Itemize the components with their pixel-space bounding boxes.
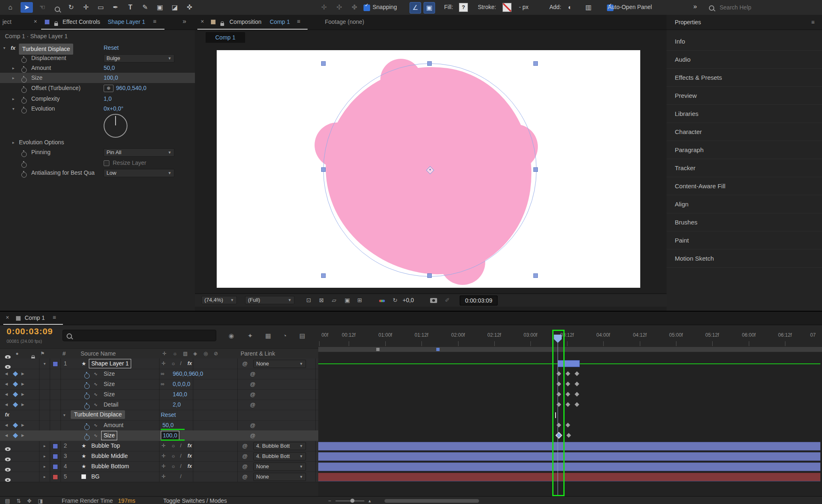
fx-switch-icon[interactable]: fx [188,451,192,461]
camera-tool-icon[interactable]: ✛ [81,2,91,13]
region-of-interest-icon[interactable]: ▣ [345,296,350,305]
show-snapshot-icon[interactable]: ✐ [445,296,450,305]
layer-row-bubble-middle[interactable]: ▸ 3 ★ Bubble Middle ✛ ☼ / fx @ 4. Bubble… [0,451,318,462]
snap-option-2-icon[interactable]: ▣ [424,2,435,14]
stopwatch-icon[interactable] [84,394,90,399]
selection-handle-top-right[interactable] [533,61,538,66]
evolution-options-label[interactable]: Evolution Options [19,137,64,148]
sidebar-item-character[interactable]: Character [667,123,822,141]
visibility-toggle[interactable] [5,478,11,482]
pickwhip-icon[interactable]: @ [242,472,248,482]
source-name-column-header[interactable]: Source Name [81,349,116,359]
ruler-label[interactable]: 06:12f [778,332,792,338]
fx-switch-icon[interactable]: fx [188,441,192,451]
next-keyframe-icon[interactable]: ▶ [21,430,24,441]
stopwatch-icon[interactable] [21,172,27,178]
toolbar-overflow-chevrons[interactable]: » [693,3,697,10]
stopwatch-icon[interactable] [21,152,27,157]
channel-icon[interactable] [379,296,385,305]
property-label[interactable]: Amount [104,420,123,430]
collapse-switch-icon[interactable]: ☼ [171,358,176,369]
pickwhip-icon[interactable]: @ [250,389,255,400]
transfer-controls-icon[interactable]: ✥ [27,497,32,504]
layer-row-bg[interactable]: ▸ 5 BG ✛ / @ None▼ [0,472,318,482]
expand-arrow-icon[interactable]: ▸ [44,472,46,482]
effect-controls-tab-title[interactable]: Effect Controls [63,18,100,25]
layer-name[interactable]: Bubble Top [91,441,120,451]
ruler-label[interactable]: 04:00f [596,332,610,338]
ruler-label[interactable]: 05:12f [705,332,719,338]
parent-dropdown[interactable]: None▼ [253,473,306,481]
previous-keyframe-icon[interactable]: ◀ [5,430,8,441]
in-out-panes-icon[interactable]: ◨ [38,497,43,504]
effect-reset-button[interactable]: Reset [161,410,176,420]
sidebar-item-paragraph[interactable]: Paragraph [667,141,822,159]
graph-icon[interactable]: ∿ [94,400,97,410]
reset-exposure-icon[interactable]: ↻ [393,296,398,305]
timeline-zoom-slider[interactable] [336,500,364,502]
fx-switch-icon[interactable]: fx [188,358,192,369]
property-label[interactable]: Size [101,431,117,440]
track-tool-icon[interactable]: ✢ [319,2,329,13]
keyframe-toggle-icon[interactable] [13,433,18,438]
layer-color-label[interactable] [53,361,58,367]
parent-dropdown[interactable]: 4. Bubble Bott▼ [253,442,306,450]
work-area-marker[interactable] [376,348,380,351]
stroke-width-label[interactable]: - px [519,4,528,10]
composition-tab-title[interactable]: Composition [229,18,262,25]
stopwatch-icon[interactable] [84,373,90,379]
sidebar-item-paint[interactable]: Paint [667,231,822,250]
graph-icon[interactable]: ∿ [94,389,97,400]
next-keyframe-icon[interactable]: ▶ [21,389,24,400]
property-value[interactable]: 2,0 [173,400,181,410]
timeline-search-input[interactable] [74,331,212,340]
clone-stamp-tool-icon[interactable]: ▣ [155,2,165,13]
layer-row-bubble-top[interactable]: ▸ 2 ★ Bubble Top ✛ ☼ / fx @ 4. Bubble Bo… [0,441,318,451]
antialiasing-dropdown[interactable]: Low▼ [104,169,174,177]
panel-menu-icon[interactable]: ≡ [53,314,56,321]
visibility-toggle[interactable] [5,365,11,369]
exposure-value[interactable]: +0,0 [403,296,414,305]
property-label[interactable]: Size [104,389,115,400]
collapse-arrow-icon[interactable]: ▾ [12,104,14,114]
selection-handle-middle-right[interactable] [533,167,538,172]
next-keyframe-icon[interactable]: ▶ [21,369,24,379]
property-row-size[interactable]: ◀ ▶ ∿ Size 140,0 @ [0,389,318,400]
panel-menu-icon[interactable]: ≡ [153,18,156,25]
property-label[interactable]: Size [104,379,115,389]
property-value-edit-field[interactable]: 100,0 [161,431,179,440]
quality-switch-icon[interactable]: / [180,472,181,482]
property-row-size[interactable]: ◀ ▶ ∿ Size ∞ 960,0,960,0 @ [0,369,318,379]
home-icon[interactable]: ⌂ [5,2,16,13]
pickwhip-icon[interactable]: @ [250,369,255,379]
evolution-value[interactable]: 0x+0,0° [104,104,123,114]
rotate-tool-icon[interactable]: ↻ [66,2,76,13]
selection-handle-bottom-right[interactable] [533,273,538,278]
expand-arrow-icon[interactable]: ▸ [44,441,46,451]
frame-blending-icon[interactable]: ▦ [265,332,271,340]
parent-dropdown[interactable]: None▼ [253,462,306,471]
parent-link-column-header[interactable]: Parent & Link [241,349,275,359]
layer-duration-bar-bubble-top[interactable] [318,442,820,451]
preview-timecode[interactable]: 0:00:03:09 [460,296,498,305]
next-keyframe-icon[interactable]: ▶ [21,400,24,410]
pickwhip-icon[interactable]: @ [250,430,255,441]
work-area-bar[interactable] [318,347,822,352]
resize-layer-checkbox[interactable] [104,160,109,166]
current-timecode[interactable]: 0:00:03:09 [7,326,53,336]
complexity-value[interactable]: 1,0 [104,94,111,104]
stopwatch-icon[interactable] [84,384,90,389]
expand-arrow-icon[interactable]: ▸ [12,63,14,73]
resolution-dropdown[interactable]: (Full)▼ [245,296,294,304]
effect-reset-button[interactable]: Reset [104,43,119,53]
displacement-dropdown[interactable]: Bulge▼ [104,54,174,62]
fast-previews-icon[interactable]: ⊡ [306,296,311,305]
expand-arrow-icon[interactable]: ▸ [12,94,14,104]
lock-icon[interactable] [54,23,58,26]
stopwatch-icon[interactable] [21,58,27,63]
layer-name[interactable]: Shape Layer 1 [89,359,131,368]
previous-keyframe-icon[interactable]: ◀ [5,400,8,410]
sidebar-item-info[interactable]: Info [667,32,822,51]
keyframe-toggle-icon[interactable] [13,371,18,377]
layer-name[interactable]: Bubble Middle [91,451,128,461]
